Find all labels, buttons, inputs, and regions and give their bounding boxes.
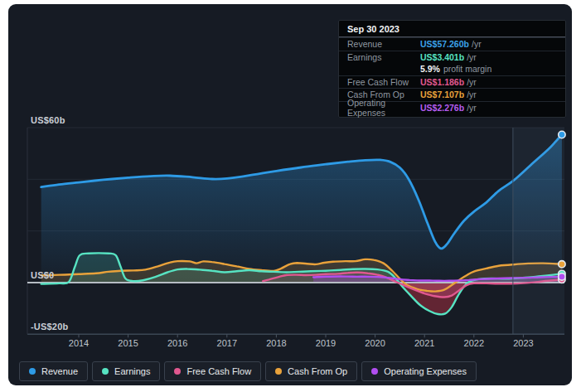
earnings-dot-icon [102,368,109,375]
tooltip-row-earnings: Earnings US$3.401b /yr [339,51,565,64]
revenue-dot-icon [29,368,36,375]
financials-chart-panel: US$60bUS$0-US$20b 2014201520162017201820… [8,4,572,385]
y-axis-label: -US$20b [31,322,68,332]
legend-item-free-cash-flow[interactable]: Free Cash Flow [164,361,261,381]
revenue-endpoint-marker[interactable] [559,131,565,138]
legend-item-revenue[interactable]: Revenue [19,361,88,381]
tooltip-row-free-cash-flow: Free Cash Flow US$1.186b /yr [339,75,565,89]
legend-item-earnings[interactable]: Earnings [92,361,160,381]
chart-tooltip: Sep 30 2023 Revenue US$57.260b /yr Earni… [338,20,566,118]
tooltip-row-revenue: Revenue US$57.260b /yr [339,37,565,51]
tooltip-row-operating-expenses: Operating Expenses US$2.276b /yr [339,101,565,114]
page: US$60bUS$0-US$20b 2014201520162017201820… [0,0,581,392]
chart-legend: Revenue Earnings Free Cash Flow Cash Fro… [19,361,477,381]
cash-from-op-endpoint-marker[interactable] [559,261,565,268]
hover-highlight-band [513,128,564,334]
x-axis-label: 2018 [266,338,286,348]
x-axis-label: 2016 [167,338,187,348]
x-axis-label: 2020 [365,338,385,348]
y-axis-label: US$60b [31,115,65,125]
x-axis-label: 2014 [69,338,89,348]
x-axis-label: 2022 [464,338,484,348]
legend-item-operating-expenses[interactable]: Operating Expenses [361,361,477,381]
cash-from-op-dot-icon [275,368,282,375]
legend-item-cash-from-op[interactable]: Cash From Op [265,361,357,381]
tooltip-date: Sep 30 2023 [339,21,565,37]
x-axis-label: 2023 [513,338,533,348]
x-axis-label: 2019 [316,338,336,348]
free-cash-flow-dot-icon [174,368,181,375]
operating-expenses-endpoint-marker[interactable] [559,273,565,280]
x-axis-label: 2021 [414,338,434,348]
operating-expenses-dot-icon [371,368,378,375]
x-axis-label: 2017 [217,338,237,348]
tooltip-row-profit-margin: 5.9% profit margin [339,63,565,75]
x-axis-label: 2015 [118,338,138,348]
y-axis-label: US$0 [31,270,54,280]
